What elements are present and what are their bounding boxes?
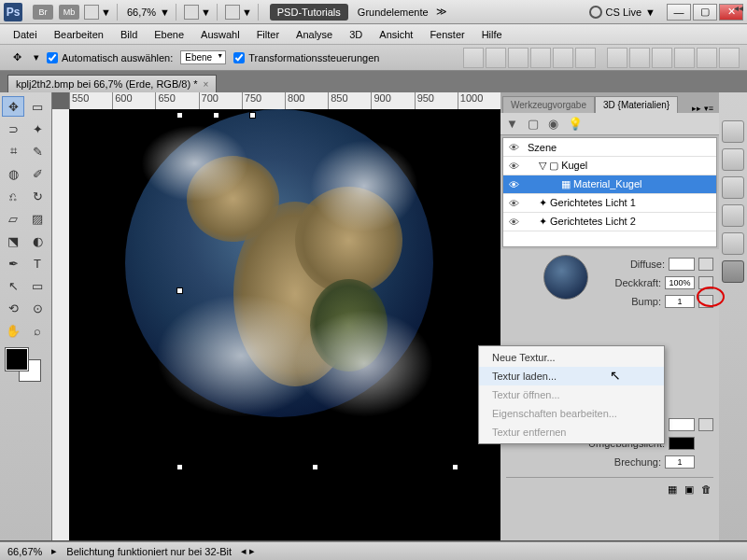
visibility-icon[interactable]: 👁	[503, 217, 524, 228]
distribute-button[interactable]	[607, 48, 627, 68]
menu-ebene[interactable]: Ebene	[147, 27, 191, 42]
filter-mesh-icon[interactable]: ▢	[528, 117, 539, 131]
shape-tool[interactable]: ▭	[26, 275, 49, 296]
scene-root[interactable]: Szene	[524, 142, 557, 153]
zoom-level[interactable]: 66,7%	[127, 7, 156, 18]
transform-handle[interactable]	[176, 112, 183, 119]
hand-tool[interactable]: ✋	[2, 320, 24, 341]
pen-tool[interactable]: ✒	[2, 253, 24, 273]
transform-handle[interactable]	[249, 112, 256, 119]
dock-layers[interactable]	[722, 148, 744, 171]
dock-channels[interactable]	[722, 176, 744, 199]
visibility-icon[interactable]: 👁	[503, 142, 524, 153]
lasso-tool[interactable]: ⊃	[2, 119, 24, 139]
menu-ansicht[interactable]: Ansicht	[372, 27, 420, 42]
gradient-tool[interactable]: ▨	[26, 208, 49, 229]
color-swatches[interactable]	[2, 348, 49, 385]
align-button[interactable]	[463, 48, 484, 68]
bridge-badge[interactable]: Br	[33, 5, 53, 20]
transform-handle[interactable]	[213, 112, 219, 119]
ambient-swatch[interactable]	[669, 437, 695, 450]
scene-light2[interactable]: ✦ Gerichtetes Licht 2	[524, 216, 636, 228]
transform-checkbox[interactable]	[233, 52, 245, 63]
menu-fenster[interactable]: Fenster	[422, 27, 472, 42]
blur-tool[interactable]: ⬔	[2, 231, 24, 251]
filter-material-icon[interactable]: ◉	[548, 117, 558, 131]
visibility-icon[interactable]: 👁	[503, 179, 524, 190]
gloss-swatch[interactable]	[669, 418, 695, 431]
distribute-button[interactable]	[697, 48, 717, 68]
distribute-button[interactable]	[674, 48, 695, 68]
screenmode-icon[interactable]	[184, 5, 199, 20]
menu-bild[interactable]: Bild	[113, 27, 145, 42]
heal-tool[interactable]: ◍	[2, 163, 24, 184]
opacity-value[interactable]: 100%	[665, 276, 695, 289]
align-button[interactable]	[575, 48, 596, 68]
panel-tab-3d[interactable]: 3D {Materialien}	[595, 96, 678, 113]
dock-adjust[interactable]	[722, 232, 744, 255]
document-tab[interactable]: kplj2th2.bmp bei 66,7% (Erde, RGB/8) *×	[7, 75, 217, 92]
render-icon[interactable]: ▣	[684, 483, 694, 497]
dodge-tool[interactable]: ◐	[26, 231, 49, 251]
3d-tool[interactable]: ⟲	[2, 298, 24, 318]
transform-handle[interactable]	[176, 464, 183, 470]
distribute-button[interactable]	[629, 48, 650, 68]
new-icon[interactable]: ▦	[668, 483, 677, 497]
ctx-load-texture[interactable]: Textur laden...	[479, 367, 664, 385]
menu-filter[interactable]: Filter	[249, 27, 287, 42]
3d-cam-tool[interactable]: ⊙	[26, 298, 49, 318]
brush-tool[interactable]: ✐	[26, 163, 49, 184]
refraction-value[interactable]: 1	[665, 455, 695, 469]
material-preview[interactable]	[543, 255, 588, 300]
menu-bearbeiten[interactable]: Bearbeiten	[47, 27, 111, 42]
filter-scene-icon[interactable]: ▼	[506, 117, 518, 131]
bump-value[interactable]: 1	[665, 295, 695, 308]
path-tool[interactable]: ↖	[2, 275, 24, 296]
minimize-button[interactable]: —	[667, 4, 691, 21]
crop-tool[interactable]: ⌗	[2, 141, 24, 161]
panel-tab-presets[interactable]: Werkzeugvorgabe	[502, 96, 595, 113]
wand-tool[interactable]: ✦	[26, 119, 49, 139]
stamp-tool[interactable]: ⎌	[2, 186, 24, 206]
filter-light-icon[interactable]: 💡	[568, 117, 583, 131]
scene-light1[interactable]: ✦ Gerichtetes Licht 1	[524, 197, 636, 209]
align-button[interactable]	[508, 48, 529, 68]
close-tab-icon[interactable]: ×	[203, 79, 208, 90]
visibility-icon[interactable]: 👁	[503, 198, 524, 209]
minibridge-badge[interactable]: Mb	[59, 5, 79, 20]
zoom-tool[interactable]: ⌕	[26, 320, 49, 341]
view-icon[interactable]	[84, 5, 99, 20]
dock-3d[interactable]	[722, 260, 744, 283]
diffuse-swatch[interactable]	[669, 258, 695, 271]
menu-3d[interactable]: 3D	[342, 27, 370, 42]
align-button[interactable]	[553, 48, 573, 68]
scene-material[interactable]: ▦ Material_Kugel	[524, 178, 641, 190]
transform-handle[interactable]	[312, 464, 318, 470]
workspace-alt[interactable]: Grundelemente	[358, 7, 429, 18]
type-tool[interactable]: T	[26, 253, 49, 273]
menu-auswahl[interactable]: Auswahl	[193, 27, 247, 42]
workspace-selector[interactable]: PSD-Tutorials	[270, 4, 348, 21]
dock-swatches[interactable]	[722, 120, 744, 143]
maximize-button[interactable]: ▢	[693, 4, 717, 21]
move-tool-icon[interactable]: ✥	[7, 49, 26, 67]
align-button[interactable]	[486, 48, 506, 68]
auto-select-checkbox[interactable]	[47, 52, 58, 63]
visibility-icon[interactable]: 👁	[503, 161, 524, 172]
menu-datei[interactable]: Datei	[6, 27, 45, 42]
distribute-button[interactable]	[719, 48, 740, 68]
eraser-tool[interactable]: ▱	[2, 208, 24, 229]
transform-handle[interactable]	[176, 287, 183, 294]
distribute-button[interactable]	[652, 48, 672, 68]
layer-dropdown[interactable]: Ebene	[180, 50, 226, 64]
extras-icon[interactable]	[225, 5, 240, 20]
move-tool[interactable]: ✥	[2, 96, 24, 117]
marquee-tool[interactable]: ▭	[26, 96, 49, 117]
history-brush-tool[interactable]: ↻	[26, 186, 49, 206]
eyedropper-tool[interactable]: ✎	[26, 141, 49, 161]
menu-hilfe[interactable]: Hilfe	[474, 27, 510, 42]
menu-analyse[interactable]: Analyse	[289, 27, 340, 42]
transform-handle[interactable]	[452, 464, 458, 470]
ctx-new-texture[interactable]: Neue Textur...	[479, 348, 664, 367]
gloss-menu[interactable]	[698, 418, 713, 431]
